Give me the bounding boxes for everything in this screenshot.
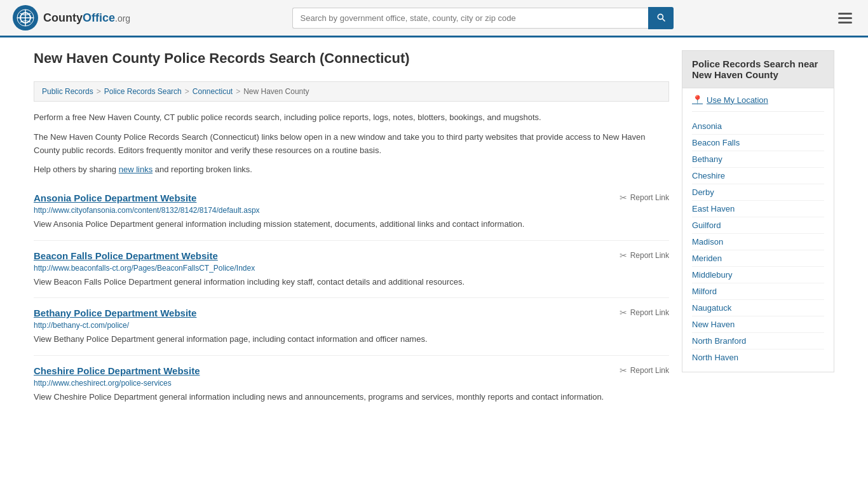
sidebar-link[interactable]: Naugatuck xyxy=(692,300,824,316)
logo-office: Office xyxy=(83,11,115,24)
report-link[interactable]: ✂ Report Link xyxy=(620,193,669,203)
breadcrumb-public-records[interactable]: Public Records xyxy=(42,87,93,96)
report-link-label: Report Link xyxy=(630,308,669,317)
sidebar-link[interactable]: North Haven xyxy=(692,349,824,365)
result-title[interactable]: Cheshire Police Department Website xyxy=(34,365,200,376)
report-icon: ✂ xyxy=(620,250,627,261)
hamburger-icon xyxy=(838,22,852,24)
breadcrumb-sep: > xyxy=(185,87,189,96)
result-desc: View Cheshire Police Department general … xyxy=(34,391,669,403)
hamburger-icon xyxy=(838,13,852,15)
sidebar-link[interactable]: Cheshire xyxy=(692,168,824,184)
report-link-label: Report Link xyxy=(630,251,669,260)
sidebar-link[interactable]: Bethany xyxy=(692,151,824,168)
result-item: Bethany Police Department Website ✂ Repo… xyxy=(34,298,669,356)
main-content: New Haven County Police Records Search (… xyxy=(34,50,669,412)
hamburger-icon xyxy=(838,17,852,19)
logo-area: CountyOffice.org xyxy=(13,5,130,30)
result-url[interactable]: http://www.beaconfalls-ct.org/Pages/Beac… xyxy=(34,264,669,273)
report-link[interactable]: ✂ Report Link xyxy=(620,365,669,376)
report-link-label: Report Link xyxy=(630,366,669,375)
result-header: Bethany Police Department Website ✂ Repo… xyxy=(34,308,669,318)
report-icon: ✂ xyxy=(620,365,627,376)
result-item: Ansonia Police Department Website ✂ Repo… xyxy=(34,183,669,241)
description-2: The New Haven County Police Records Sear… xyxy=(34,131,669,158)
search-button[interactable] xyxy=(648,7,674,29)
report-link-label: Report Link xyxy=(630,193,669,202)
sidebar-link[interactable]: Madison xyxy=(692,234,824,250)
result-title[interactable]: Bethany Police Department Website xyxy=(34,308,196,318)
page-title: New Haven County Police Records Search (… xyxy=(34,50,669,72)
breadcrumb: Public Records > Police Records Search >… xyxy=(34,81,669,102)
sidebar-link[interactable]: East Haven xyxy=(692,201,824,217)
sidebar-header: Police Records Search near New Haven Cou… xyxy=(682,50,834,88)
logo-org: .org xyxy=(115,13,130,24)
new-links-link[interactable]: new links xyxy=(119,165,153,174)
search-area xyxy=(292,7,674,29)
result-url[interactable]: http://www.cityofansonia.com/content/813… xyxy=(34,206,669,215)
main-container: New Haven County Police Records Search (… xyxy=(21,37,847,425)
result-item: Beacon Falls Police Department Website ✂… xyxy=(34,241,669,299)
description-1: Perform a free New Haven County, CT publ… xyxy=(34,111,669,125)
sidebar-box: 📍 Use My Location AnsoniaBeacon FallsBet… xyxy=(682,88,834,372)
breadcrumb-sep: > xyxy=(236,87,240,96)
logo-text: CountyOffice.org xyxy=(43,11,130,25)
logo-icon xyxy=(13,5,38,30)
results-list: Ansonia Police Department Website ✂ Repo… xyxy=(34,183,669,412)
result-url[interactable]: http://bethany-ct.com/police/ xyxy=(34,321,669,330)
breadcrumb-connecticut[interactable]: Connecticut xyxy=(193,87,233,96)
result-item: Cheshire Police Department Website ✂ Rep… xyxy=(34,356,669,413)
desc3-post: and reporting broken links. xyxy=(153,165,252,174)
desc3-pre: Help others by sharing xyxy=(34,165,119,174)
report-link[interactable]: ✂ Report Link xyxy=(620,308,669,318)
search-input[interactable] xyxy=(292,8,648,29)
sidebar-link[interactable]: Guilford xyxy=(692,217,824,234)
result-desc: View Ansonia Police Department general i… xyxy=(34,218,669,231)
result-header: Beacon Falls Police Department Website ✂… xyxy=(34,250,669,261)
location-icon: 📍 xyxy=(692,95,703,105)
breadcrumb-sep: > xyxy=(97,87,101,96)
sidebar-link[interactable]: Milford xyxy=(692,283,824,300)
breadcrumb-police-records[interactable]: Police Records Search xyxy=(104,87,182,96)
menu-button[interactable] xyxy=(835,10,855,27)
result-desc: View Beacon Falls Police Department gene… xyxy=(34,276,669,288)
result-header: Cheshire Police Department Website ✂ Rep… xyxy=(34,365,669,376)
sidebar: Police Records Search near New Haven Cou… xyxy=(682,50,834,412)
result-url[interactable]: http://www.cheshirect.org/police-service… xyxy=(34,379,669,388)
sidebar-link[interactable]: North Branford xyxy=(692,333,824,349)
sidebar-link[interactable]: Derby xyxy=(692,184,824,201)
report-icon: ✂ xyxy=(620,193,627,203)
result-title[interactable]: Ansonia Police Department Website xyxy=(34,193,196,203)
site-header: CountyOffice.org xyxy=(0,0,868,37)
description-3: Help others by sharing new links and rep… xyxy=(34,163,669,177)
sidebar-link[interactable]: Ansonia xyxy=(692,118,824,135)
sidebar-link[interactable]: Meriden xyxy=(692,250,824,267)
use-location-label: Use My Location xyxy=(707,95,768,105)
sidebar-link[interactable]: Beacon Falls xyxy=(692,135,824,151)
use-location-button[interactable]: 📍 Use My Location xyxy=(692,95,824,112)
result-desc: View Bethany Police Department general i… xyxy=(34,333,669,346)
report-link[interactable]: ✂ Report Link xyxy=(620,250,669,261)
result-title[interactable]: Beacon Falls Police Department Website xyxy=(34,250,218,261)
sidebar-links: AnsoniaBeacon FallsBethanyCheshireDerbyE… xyxy=(692,118,824,365)
result-header: Ansonia Police Department Website ✂ Repo… xyxy=(34,193,669,203)
search-icon xyxy=(656,12,666,22)
report-icon: ✂ xyxy=(620,308,627,318)
breadcrumb-current: New Haven County xyxy=(243,87,309,96)
sidebar-link[interactable]: New Haven xyxy=(692,316,824,333)
sidebar-link[interactable]: Middlebury xyxy=(692,267,824,283)
